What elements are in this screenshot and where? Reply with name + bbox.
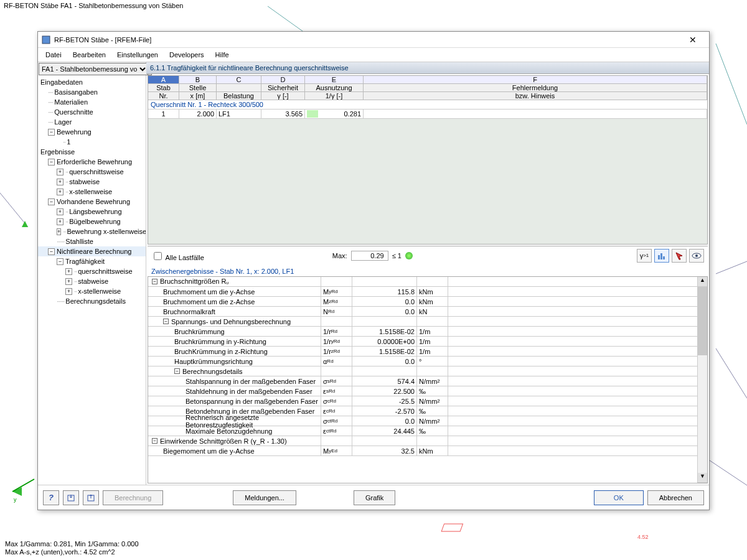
toggle-icon[interactable]: + [57,189,63,195]
toggle-icon[interactable]: + [65,288,72,295]
meldungen-button[interactable]: Meldungen... [233,490,296,505]
tree-bewehrung-1[interactable]: 1 [67,138,70,146]
detail-row[interactable]: −Berechnungsdetails [148,366,707,376]
menu-hilfe[interactable]: Hilfe [210,50,234,60]
col-letter[interactable]: F [364,76,707,84]
toggle-icon[interactable]: + [65,278,72,285]
toggle-icon[interactable]: − [48,198,55,205]
menu-einstellungen[interactable]: Einstellungen [112,50,163,60]
col-letter[interactable]: B [179,76,217,84]
scrollbar[interactable]: ▲ ▼ [697,277,707,483]
menu-bearbeiten[interactable]: Bearbeiten [68,50,111,60]
tool-select-button[interactable] [672,249,687,263]
detail-value: 24.445 [352,426,417,436]
detail-row[interactable]: −Spannungs- und Dehnungsberechnung [148,317,707,327]
tree-details[interactable]: Berechnungsdetails [65,297,126,305]
toggle-icon[interactable]: − [48,248,55,255]
ok-button[interactable]: OK [594,490,644,505]
detail-row[interactable]: −Einwirkende Schnittgrößen R (γ_R - 1.30… [148,436,707,446]
abbrechen-button[interactable]: Abbrechen [647,490,704,505]
tool-diagram-button[interactable] [654,249,669,263]
detail-row[interactable]: Bruchkrümmung in y-Richtung1/ryRd0.0000E… [148,337,707,347]
detail-value: 115.8 [352,287,417,296]
berechnung-button[interactable]: Berechnung [103,490,163,505]
detail-row[interactable]: BruchKrümmung in z-Richtung1/rzRd1.5158E… [148,347,707,357]
toggle-icon[interactable]: − [48,129,55,136]
close-icon[interactable]: ✕ [680,35,705,45]
tree-vor-st[interactable]: Stahlliste [65,238,93,245]
title-bar[interactable]: RF-BETON Stäbe - [RFEM-File] ✕ [38,32,709,48]
tree-vor-b[interactable]: Bügelbewehrung [69,218,121,225]
nav-tree[interactable]: Eingabedaten ····Basisangaben ····Materi… [38,76,146,485]
toggle-icon[interactable]: − [163,319,169,324]
tree-bewehrung[interactable]: Bewehrung [57,128,92,136]
tree-trag-s[interactable]: stabweise [78,278,108,285]
toggle-icon[interactable]: − [152,438,157,444]
col-letter[interactable]: E [305,76,364,84]
detail-row[interactable]: Maximale BetonzugdehnungεctRd24.445‰ [148,426,707,436]
tool-eye-button[interactable] [689,249,704,263]
tree-erforderliche[interactable]: Erforderliche Bewehrung [57,158,132,166]
dialog-window: RF-BETON Stäbe - [RFEM-File] ✕ Datei Bea… [37,31,710,510]
detail-row[interactable]: Bruchkrümmung1/rRd1.5158E-021/m [148,327,707,337]
help-button[interactable]: ? [43,490,59,505]
toggle-icon[interactable]: + [57,208,63,215]
detail-row[interactable]: −Bruchschnittgrößen Rᵤ [148,277,707,287]
col-letter[interactable]: D [261,76,305,84]
detail-row[interactable]: HauptkrümmungsrichtungαRd0.0° [148,357,707,366]
tree-trag[interactable]: Tragfähigkeit [65,258,105,265]
toggle-icon[interactable]: + [57,179,63,185]
tree-vor-x[interactable]: Bewehrung x-stellenweise [67,228,146,235]
detail-row[interactable]: Bruchmoment um die y-AchseMyRd115.8kNm [148,287,707,297]
import-button[interactable] [83,490,99,505]
detail-unit [417,277,448,286]
grid-section-row[interactable]: Querschnitt Nr. 1 - Rechteck 300/500 [148,100,707,110]
toggle-icon[interactable]: − [152,279,157,284]
tree-trag-q[interactable]: querschnittsweise [78,268,132,275]
grafik-button[interactable]: Grafik [354,490,395,505]
tree-vor-l[interactable]: Längsbewehrung [69,208,121,215]
details-grid[interactable]: −Bruchschnittgrößen RᵤBruchmoment um die… [148,276,708,483]
svg-rect-13 [660,253,662,259]
detail-row[interactable]: Betonspannung in der maßgebenden Faserσc… [148,396,707,406]
detail-row[interactable]: Bruchmoment um die z-AchseMzRd0.0kNm [148,297,707,307]
tree-vorhandene[interactable]: Vorhandene Bewehrung [57,198,130,205]
tool-gamma-button[interactable]: γ>1 [637,249,652,263]
detail-row[interactable]: Rechnerisch angesetzte Betonrestzugfesti… [148,416,707,426]
scroll-down-icon[interactable]: ▼ [698,473,707,483]
toggle-icon[interactable]: − [174,368,180,374]
detail-row[interactable]: Stahlspannung in der maßgebenden Faserσs… [148,376,707,386]
case-select[interactable]: FA1 - Stahlbetonbemessung vo [39,63,148,75]
detail-unit: kNm [417,287,448,296]
tree-ergebnisse[interactable]: Ergebnisse [40,148,75,156]
col-letter[interactable]: A [148,76,179,84]
menu-datei[interactable]: Datei [40,50,67,60]
tree-erf-x[interactable]: x-stellenweise [69,188,112,195]
tree-basisangaben[interactable]: Basisangaben [54,88,98,96]
toggle-icon[interactable]: + [57,218,63,225]
tree-eingabedaten[interactable]: Eingabedaten [40,78,83,86]
results-grid[interactable]: A B C D E F Stab Stelle Sicherheit Ausnu… [148,75,708,245]
scroll-up-icon[interactable]: ▲ [698,277,707,287]
tree-materialien[interactable]: Materialien [54,98,88,106]
detail-row[interactable]: Stahldehnung in der maßgebenden FaserεsR… [148,386,707,396]
toggle-icon[interactable]: + [57,169,63,175]
tree-nichtlinear[interactable]: Nichtlineare Berechnung [57,248,131,255]
export-button[interactable] [63,490,79,505]
menu-developers[interactable]: Developers [164,50,209,60]
toggle-icon[interactable]: + [57,228,61,235]
detail-row[interactable]: BruchnormalkraftNRd0.0kN [148,307,707,317]
detail-row[interactable]: Biegemoment um die y-AchseMyEd32.5kNm [148,446,707,456]
toggle-icon[interactable]: − [48,159,55,166]
tree-erf-s[interactable]: stabweise [69,178,100,185]
tree-querschnitte[interactable]: Querschnitte [54,108,93,116]
toggle-icon[interactable]: − [57,258,63,265]
all-loadcases-checkbox[interactable]: Alle Lastfälle [151,250,204,262]
col-letter[interactable]: C [217,76,261,84]
toggle-icon[interactable]: + [65,268,72,275]
tree-trag-x[interactable]: x-stellenweise [78,287,121,295]
tree-erf-q[interactable]: querschnittsweise [69,168,123,175]
grid-data-row[interactable]: 1 2.000 LF1 3.565 0.281 [148,110,707,119]
scroll-thumb[interactable] [698,287,707,355]
tree-lager[interactable]: Lager [54,118,72,126]
